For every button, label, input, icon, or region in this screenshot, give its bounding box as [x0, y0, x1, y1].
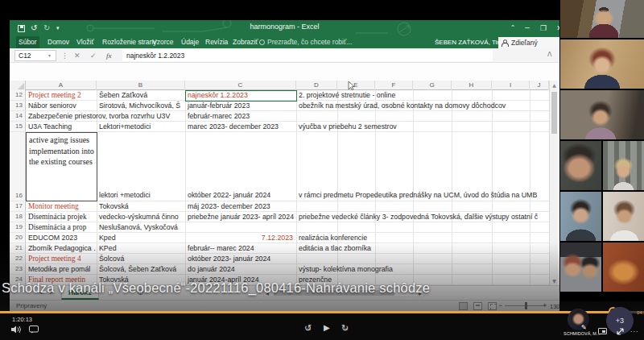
cell-d23[interactable]: výstup- kolektívna monografia — [296, 264, 549, 275]
cell-c18[interactable]: priebežne január 2023- apríl 2024 — [185, 212, 296, 222]
zoom-in-icon[interactable]: + — [543, 301, 547, 309]
cell-b20[interactable]: Kped — [97, 233, 185, 243]
vertical-scroll-thumb[interactable] — [551, 92, 557, 134]
tab-domov[interactable]: Domov — [45, 36, 72, 48]
col-header-f[interactable]: F — [375, 81, 413, 90]
cell-b18[interactable]: vedecko-výskumná činno — [97, 212, 185, 222]
cell-b13[interactable]: Sirotová, Michvocíková, Š — [97, 101, 185, 111]
tab-udaje[interactable]: Údaje — [179, 36, 201, 48]
namebox-dropdown-icon[interactable]: ▾ — [48, 50, 51, 61]
formula-input[interactable]: najneskôr 1.2.2023 — [122, 50, 493, 61]
col-header-j[interactable]: J — [530, 81, 549, 90]
cell-a12[interactable]: Project meeting 2 — [26, 90, 97, 101]
scroll-up-icon[interactable]: ▲ — [550, 82, 559, 88]
close-icon[interactable]: ✕ — [552, 22, 559, 35]
cell-a18[interactable]: Diseminácia projek — [26, 212, 97, 222]
tab-subor[interactable]: Súbor — [16, 36, 39, 48]
formula-bar: C12 ▾ ⋮ ✕ ✓ fx najneskôr 1.2.2023 — [10, 48, 559, 63]
collapse-ribbon-icon[interactable]: ᐱ — [547, 49, 551, 60]
col-header-a[interactable]: A — [26, 81, 97, 90]
tell-me-box[interactable]: Prezraďte, čo chcete robiť... — [259, 36, 352, 48]
forward-10-icon[interactable]: ↻10 — [341, 323, 349, 334]
tab-vzorce[interactable]: Vzorce — [150, 36, 175, 48]
minimize-icon[interactable]: ─ — [520, 22, 535, 35]
cell-d13[interactable]: obežník na mestský úrad, osobné kontakty… — [296, 101, 549, 111]
chat-icon[interactable] — [29, 325, 39, 334]
cell-c16[interactable]: október 2022- január 2024 — [185, 190, 296, 201]
cell-a23[interactable]: Metodika pre pomál — [26, 264, 97, 275]
cancel-icon[interactable]: ✕ — [74, 50, 80, 61]
cell-b12[interactable]: Šeben Zaťková — [97, 90, 185, 101]
col-header-d[interactable]: D — [296, 81, 337, 90]
cell-a22[interactable]: Project meeting 4 — [26, 254, 97, 264]
cell-a17[interactable]: Monitor meeting — [26, 201, 97, 212]
zoom-slider-thumb[interactable] — [525, 302, 527, 309]
cell-d16[interactable]: v rámci predmetu Propedeutika prednášky … — [296, 190, 549, 201]
cell-c14[interactable]: február-marec 2023 — [185, 111, 296, 122]
cell-d15[interactable]: výučba v priebehu 2 semestrov — [296, 122, 549, 132]
view-normal-icon[interactable] — [459, 302, 468, 310]
account-name[interactable]: ŠEBEN ZAŤKOVÁ, Tim... — [435, 36, 508, 48]
excel-title-bar: ↺ ↻ ▾ harmonogram - Excel ⌃ ─ ❐ ✕ — [10, 20, 559, 36]
table-row: 19 Diseminácia a prop Neslušanová, Vysko… — [10, 222, 549, 233]
play-icon[interactable]: ▶ — [324, 323, 330, 332]
view-page-layout-icon[interactable] — [473, 302, 482, 310]
participant-video-5 — [603, 141, 644, 190]
cell-a16-multiline[interactable]: active aging issues implementation into … — [26, 132, 97, 201]
cell-a15[interactable]: U3A Teaching — [26, 122, 97, 132]
col-header-i[interactable]: I — [492, 81, 530, 90]
cell-c23[interactable]: do január 2024 — [185, 264, 296, 275]
cell-c12[interactable]: najneskôr 1.2.2023 — [185, 90, 296, 101]
select-all-corner[interactable] — [10, 81, 26, 90]
cell-a14[interactable]: Zabezpečenie priestorov, tvorba rozvrhu … — [26, 111, 185, 122]
vertical-scrollbar[interactable]: ▲ ▼ — [549, 81, 558, 285]
cell-b17[interactable]: Tokovská — [97, 201, 185, 212]
cell-d20[interactable]: realizácia konferencie — [296, 233, 549, 243]
cell-a20[interactable]: EDUCOM 2023 — [26, 233, 97, 243]
cell-c20[interactable]: 7.12.2023 — [185, 233, 296, 243]
ribbon-display-icon[interactable]: ⌃ — [506, 22, 520, 35]
col-header-h[interactable]: H — [452, 81, 492, 90]
expand-icon[interactable] — [615, 326, 625, 337]
person-icon — [502, 39, 507, 46]
tab-vlozit[interactable]: Vložiť — [74, 36, 97, 48]
cell-b22[interactable]: Šolcová — [97, 254, 185, 264]
cell-c21[interactable]: február-- marec 2024 — [185, 243, 296, 254]
zoom-out-icon[interactable]: − — [498, 301, 502, 309]
view-page-break-icon[interactable] — [488, 302, 497, 310]
cell-d18[interactable]: priebežne vedecké články 3- zodpovedná T… — [296, 212, 549, 222]
cell-b21[interactable]: KPed — [97, 243, 185, 254]
col-header-b[interactable]: B — [97, 81, 185, 90]
cell-a13[interactable]: Nábor seniorov — [26, 101, 97, 111]
col-header-e[interactable]: E — [337, 81, 375, 90]
cell-b16[interactable]: lektori +metodici — [97, 190, 185, 201]
maximize-icon[interactable]: ❐ — [536, 22, 551, 35]
participant-video-9 — [603, 243, 644, 292]
enter-icon[interactable]: ✓ — [90, 50, 97, 61]
insert-function-icon[interactable]: fx — [106, 50, 112, 61]
cell-d12[interactable]: 2. projektové stretnutie - online — [296, 90, 549, 101]
cell-c15[interactable]: marec 2023- december 2023 — [185, 122, 296, 132]
cell-b19[interactable]: Neslušanová, Vyskočová — [97, 222, 185, 233]
table-row: 17 Monitor meeting Tokovská máj 2023- de… — [10, 201, 549, 212]
cell-c17[interactable]: máj 2023- december 2023 — [185, 201, 296, 212]
cell-d21[interactable]: editácia a tlac zborníka — [296, 243, 549, 254]
tab-revizia[interactable]: Revízia — [203, 36, 230, 48]
cell-c22[interactable]: október 2023- január 2024 — [185, 254, 296, 264]
tab-zobrazit[interactable]: Zobraziť — [230, 36, 261, 48]
pip-icon[interactable] — [598, 328, 607, 334]
cell-a19[interactable]: Diseminácia a prop — [26, 222, 97, 233]
participant-video-8 — [560, 243, 601, 292]
col-header-c[interactable]: C — [185, 81, 296, 90]
cell-c13[interactable]: január-február 2023 — [185, 101, 296, 111]
rewind-10-icon[interactable]: ↺10 — [304, 323, 312, 334]
more-options-dots-icon[interactable]: ... — [630, 325, 639, 334]
shared-resource-button[interactable]: Zdieľaný prostriedok — [498, 37, 559, 48]
col-header-g[interactable]: G — [413, 81, 452, 90]
cell-b23[interactable]: Šolcová, Šeben Zaťková — [97, 264, 185, 275]
more-options-icon[interactable]: ⋮ — [61, 50, 68, 61]
cell-b15[interactable]: Lektori+metodici — [97, 122, 185, 132]
cell-a21[interactable]: Zborník Pedagogica . — [26, 243, 97, 254]
ribbon-collapsed-area — [10, 63, 559, 81]
volume-icon[interactable] — [11, 325, 21, 334]
